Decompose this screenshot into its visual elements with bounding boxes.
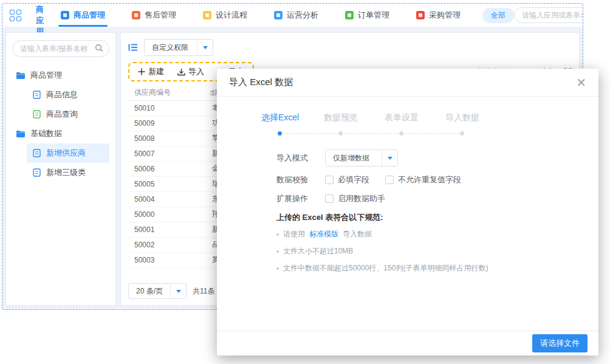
rule-text: 请使用 (283, 229, 305, 239)
import-mode-select[interactable]: 仅新增数据 (325, 149, 398, 167)
tree-leaf-label: 新增供应商 (46, 148, 86, 159)
step-2: 数据预览 (310, 112, 371, 123)
chevron-down-icon (382, 150, 397, 166)
modal-form: 导入模式 仅新增数据 数据校验 必填字段不允许重复值字段 扩展操作 启用数据助手… (276, 149, 598, 273)
cell-supplier-id: 50000 (128, 207, 206, 222)
template-link[interactable]: 标准模版 (309, 229, 338, 239)
tree-folder-label: 基础数据 (30, 128, 62, 139)
checkbox-box (325, 176, 334, 184)
rule-text: 导入数据 (343, 229, 372, 239)
folder-icon (16, 72, 26, 80)
import-mode-label: 导入模式 (276, 153, 317, 163)
checkbox-label: 不允许重复值字段 (398, 174, 461, 185)
checkbox-box (325, 194, 334, 203)
app-icon (345, 11, 354, 19)
form-icon (32, 168, 41, 177)
tree-leaf-商品查询[interactable]: 商品查询 (27, 105, 109, 124)
bullet-dot (276, 233, 279, 236)
extension-label: 扩展操作 (276, 193, 317, 204)
cell-supplier-id: 50006 (128, 161, 206, 176)
checkbox-box (385, 176, 394, 184)
nav-search-input[interactable]: 请输入应用或表单名称 (514, 7, 583, 23)
cell-supplier-id: 50001 (128, 222, 206, 237)
extension-row: 扩展操作 启用数据助手 (276, 193, 598, 204)
extension-options: 启用数据助手 (325, 193, 385, 204)
app-icon (416, 11, 425, 19)
nav-tab[interactable]: 设计流程 (203, 4, 247, 27)
validation-checkbox[interactable]: 不允许重复值字段 (385, 174, 461, 185)
app-icon (132, 11, 140, 19)
cell-supplier-id: 50010 (128, 100, 206, 115)
folder-icon (16, 130, 26, 138)
bullet-dot (276, 250, 279, 253)
nav-tab[interactable]: 售后管理 (132, 4, 176, 27)
modal-footer: 请选择文件 (217, 331, 598, 355)
import-button[interactable]: 导入 (177, 66, 204, 77)
plus-icon (138, 68, 145, 75)
download-icon (177, 68, 185, 76)
validation-label: 数据校验 (276, 174, 317, 185)
sidebar-search-input[interactable]: 请输入表单/报表名称 (12, 40, 109, 57)
nav-tab-label: 商品管理 (74, 10, 105, 21)
step-1: 选择Excel (250, 112, 310, 123)
cell-supplier-id: 50005 (128, 176, 206, 191)
nav-search-placeholder: 请输入应用或表单名称 (522, 10, 583, 21)
modal-header: 导入 Excel 数据 ✕ (217, 69, 598, 97)
col-supplier-id[interactable]: 供应商编号 (128, 85, 206, 100)
rule-text: 文件大小不超过10MB (283, 246, 353, 256)
modal-title: 导入 Excel 数据 (229, 77, 293, 88)
steps-progress (250, 131, 493, 136)
rule-item: 文件中数据不能超过50000行、150列(子表单明细同样占用行数) (276, 263, 598, 273)
sidebar: 请输入表单/报表名称 商品管理商品信息商品查询基础数据新增供应商新增三级类 (5, 32, 116, 306)
nav-tab-label: 售后管理 (145, 10, 176, 21)
import-mode-row: 导入模式 仅新增数据 (276, 149, 598, 167)
permission-row: 自定义权限 (128, 39, 572, 56)
total-count: 共11条 (193, 286, 214, 297)
step-dot (338, 131, 343, 136)
step-dot (399, 131, 403, 136)
choose-file-button[interactable]: 请选择文件 (532, 334, 588, 352)
nav-tab-label: 采购管理 (429, 10, 461, 21)
page-size-value: 20 条/页 (129, 286, 170, 297)
tree-leaf-商品信息[interactable]: 商品信息 (27, 85, 109, 105)
tree-leaf-新增三级类[interactable]: 新增三级类 (27, 163, 109, 182)
close-icon[interactable]: ✕ (576, 77, 586, 89)
tree-folder-商品管理[interactable]: 商品管理 (12, 66, 109, 85)
sidebar-tree: 商品管理商品信息商品查询基础数据新增供应商新增三级类 (12, 66, 109, 182)
cell-supplier-id: 50009 (128, 115, 206, 131)
validation-checkbox[interactable]: 必填字段 (325, 174, 369, 185)
nav-tab[interactable]: 订单管理 (345, 4, 389, 27)
chevron-down-icon (197, 39, 213, 55)
tree-leaf-新增供应商[interactable]: 新增供应商 (27, 143, 109, 163)
step-3: 表单设置 (371, 112, 432, 123)
permission-select[interactable]: 自定义权限 (144, 39, 213, 56)
nav-tab[interactable]: 商品管理 (61, 4, 105, 27)
pagination: 20 条/页 共11条 (128, 283, 214, 299)
sidebar-search-placeholder: 请输入表单/报表名称 (20, 44, 87, 54)
cell-supplier-id: 50004 (128, 191, 206, 207)
tree-leaf-label: 商品查询 (46, 109, 78, 120)
rule-item: 文件大小不超过10MB (276, 246, 598, 256)
apps-grid-icon[interactable] (10, 10, 21, 21)
app-icon (61, 11, 69, 19)
tree-folder-基础数据[interactable]: 基础数据 (12, 124, 109, 143)
nav-tab[interactable]: 采购管理 (416, 4, 461, 27)
nav-tab[interactable]: 运营分析 (274, 4, 318, 27)
nav-tab-label: 运营分析 (287, 10, 318, 21)
nav-tab-label: 订单管理 (358, 10, 389, 21)
page-size-select[interactable]: 20 条/页 (128, 283, 187, 299)
nav-all-badge[interactable]: 全部 (482, 8, 514, 23)
steps-labels: 选择Excel数据预览表单设置导入数据 (250, 112, 598, 123)
extension-checkbox[interactable]: 启用数据助手 (325, 193, 385, 204)
rule-item: 请使用 标准模版 导入数据 (276, 229, 598, 239)
view-switcher-icon[interactable] (128, 43, 138, 52)
new-button[interactable]: 新建 (138, 66, 164, 77)
cell-supplier-id: 50002 (128, 237, 206, 252)
form-icon (32, 110, 41, 118)
checkbox-label: 必填字段 (338, 174, 369, 185)
top-nav: 电商应用 商品管理售后管理设计流程运营分析订单管理采购管理 全部 请输入应用或表… (2, 4, 583, 27)
nav-right: 请输入应用或表单名称 (514, 7, 583, 23)
import-excel-modal: 导入 Excel 数据 ✕ 选择Excel数据预览表单设置导入数据 导入模式 仅… (217, 69, 598, 355)
cell-supplier-id: 50007 (128, 146, 206, 161)
step-4: 导入数据 (432, 112, 493, 123)
